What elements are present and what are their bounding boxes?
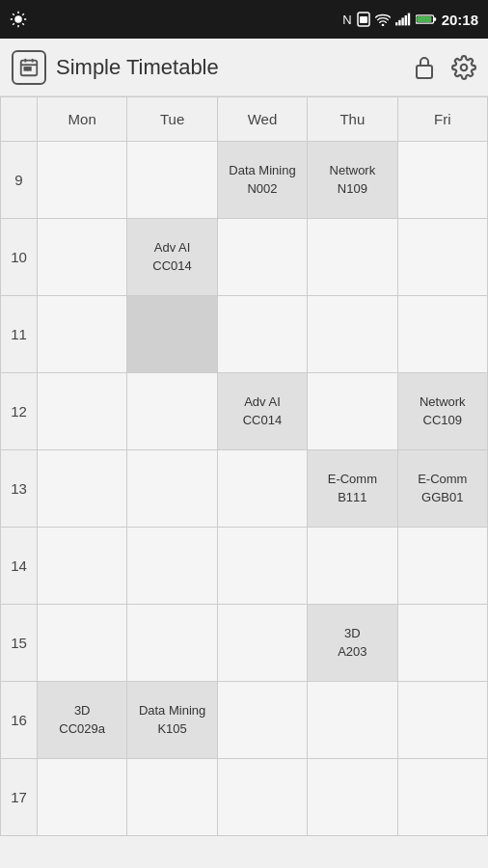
cell-11-thu [308,296,397,373]
signal-icon [395,13,411,26]
svg-rect-26 [417,66,432,78]
cell-content-12-wed: Adv AI CC014 [218,392,307,430]
day-mon: Mon [38,97,127,142]
svg-rect-18 [433,17,436,20]
cell-16-thu [308,682,397,759]
cell-content-16-mon: 3D CC029a [38,700,126,739]
cell-14-tue [127,528,217,605]
cell-11-mon [38,296,127,373]
cell-10-wed [217,219,307,296]
cell-15-tue [127,605,217,682]
cell-14-mon [38,528,127,605]
time-label-14: 14 [1,528,38,605]
svg-point-27 [461,64,468,70]
cell-content-9-thu: Network N109 [308,160,396,199]
cell-13-fri: E-Comm GGB01 [397,450,487,528]
cell-11-fri [397,296,487,373]
time-label-17: 17 [1,759,38,836]
cell-content-9-wed: Data Mining N002 [218,160,307,199]
status-bar-left [10,11,27,28]
cell-content-12-fri: Network CC109 [398,392,487,430]
cell-15-thu: 3D A203 [308,605,397,682]
settings-icon[interactable] [451,55,476,80]
cell-content-13-fri: E-Comm GGB01 [398,469,487,507]
svg-rect-25 [28,68,31,70]
svg-line-6 [22,23,24,25]
corner-cell [1,97,38,142]
cell-16-mon: 3D CC029a [38,682,127,759]
battery-icon [416,14,437,25]
nfc-icon: N [342,13,351,27]
svg-rect-10 [360,16,367,23]
calendar-icon [12,50,46,85]
svg-rect-13 [398,20,400,26]
time-label-15: 15 [1,605,38,682]
day-thu: Thu [308,97,397,142]
app-title: Simple Timetable [56,55,413,80]
cell-17-thu [308,759,397,836]
cell-14-wed [217,528,307,605]
svg-line-5 [13,14,14,15]
svg-point-11 [381,24,384,26]
sim-icon [357,12,370,27]
status-bar: N 20:18 [0,0,488,39]
cell-16-fri [397,682,487,759]
time-label-12: 12 [1,373,38,450]
cell-11-wed [217,296,307,373]
cell-10-fri [397,219,487,296]
cell-17-tue [127,759,217,836]
status-bar-right: N 20:18 [342,12,478,28]
cell-13-thu: E-Comm B111 [308,450,397,528]
app-bar-actions [413,55,476,80]
cell-11-tue [127,296,217,373]
cell-14-thu [308,528,397,605]
timetable-container: Mon Tue Wed Thu Fri 9Data Mining N002Net… [0,96,488,868]
cell-17-mon [38,759,127,836]
cell-17-fri [397,759,487,836]
cell-13-mon [38,450,127,528]
cell-17-wed [217,759,307,836]
time-label-16: 16 [1,682,38,759]
svg-rect-19 [417,16,431,22]
cell-12-thu [308,373,397,450]
app-bar: Simple Timetable [0,39,488,96]
svg-point-0 [14,15,22,23]
cell-12-fri: Network CC109 [397,373,487,450]
status-time: 20:18 [442,12,478,28]
svg-rect-12 [395,22,397,25]
cell-14-fri [397,528,487,605]
svg-rect-16 [407,14,409,26]
cell-9-fri [397,142,487,219]
time-label-11: 11 [1,296,38,373]
day-fri: Fri [397,97,487,142]
day-wed: Wed [217,97,307,142]
wifi-icon [375,13,391,26]
cell-12-wed: Adv AI CC014 [217,373,307,450]
cell-9-wed: Data Mining N002 [217,142,307,219]
cell-15-fri [397,605,487,682]
cell-15-wed [217,605,307,682]
svg-rect-14 [401,17,403,25]
cell-16-wed [217,682,307,759]
time-label-13: 13 [1,450,38,528]
svg-rect-15 [404,15,406,25]
cell-15-mon [38,605,127,682]
day-tue: Tue [127,97,217,142]
cell-10-tue: Adv AI CC014 [127,219,217,296]
lock-icon[interactable] [413,55,436,80]
svg-line-8 [13,23,14,25]
time-label-9: 9 [1,142,38,219]
cell-12-tue [127,373,217,450]
cell-9-mon [38,142,127,219]
cell-9-tue [127,142,217,219]
cell-content-15-thu: 3D A203 [308,623,396,662]
cell-9-thu: Network N109 [308,142,397,219]
cell-10-thu [308,219,397,296]
svg-rect-24 [24,68,27,70]
timetable: Mon Tue Wed Thu Fri 9Data Mining N002Net… [0,96,488,836]
cell-content-16-tue: Data Mining K105 [127,700,216,739]
cell-13-tue [127,450,217,528]
cell-content-10-tue: Adv AI CC014 [127,237,216,276]
cell-16-tue: Data Mining K105 [127,682,217,759]
cell-12-mon [38,373,127,450]
